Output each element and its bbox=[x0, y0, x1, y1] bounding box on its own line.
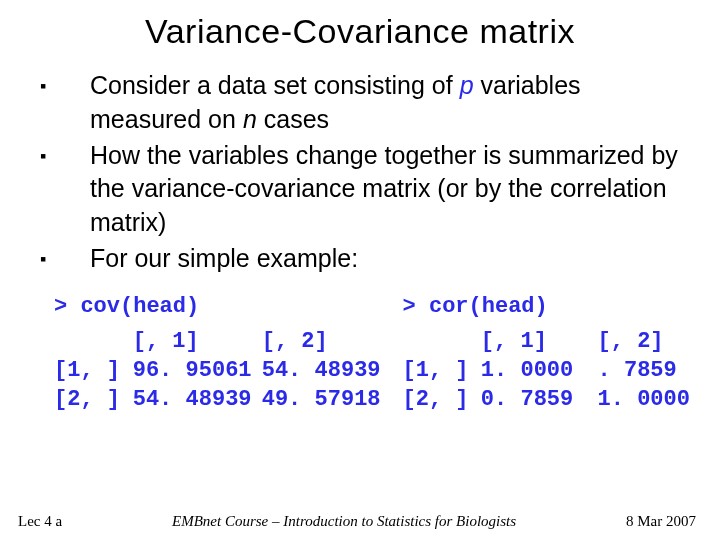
footer-center: EMBnet Course – Introduction to Statisti… bbox=[62, 513, 626, 530]
table-row: [, 1] [, 2] bbox=[54, 327, 381, 356]
table-row: [2, ] 0. 7859 1. 0000 bbox=[403, 385, 690, 414]
cell bbox=[403, 327, 481, 356]
table-row: [, 1] [, 2] bbox=[403, 327, 690, 356]
bullet-icon: ▪ bbox=[40, 69, 90, 137]
table-row: [1, ] 1. 0000 . 7859 bbox=[403, 356, 690, 385]
footer-left: Lec 4 a bbox=[18, 513, 62, 530]
text-fragment: cases bbox=[257, 105, 329, 133]
cell: [2, ] bbox=[54, 385, 133, 414]
list-item: ▪ How the variables change together is s… bbox=[40, 139, 692, 240]
table-row: [2, ] 54. 48939 49. 57918 bbox=[54, 385, 381, 414]
cell: 49. 57918 bbox=[262, 385, 381, 414]
cell: 54. 48939 bbox=[262, 356, 381, 385]
cell: 1. 0000 bbox=[598, 385, 690, 414]
cor-matrix: [, 1] [, 2] [1, ] 1. 0000 . 7859 [2, ] 0… bbox=[403, 327, 690, 414]
cell: [1, ] bbox=[403, 356, 481, 385]
bullet-text: Consider a data set consisting of p vari… bbox=[90, 69, 692, 137]
table-row: [1, ] 96. 95061 54. 48939 bbox=[54, 356, 381, 385]
list-item: ▪ For our simple example: bbox=[40, 242, 692, 276]
cell: [, 2] bbox=[598, 327, 690, 356]
variable-n: n bbox=[243, 105, 257, 133]
cell: 96. 95061 bbox=[133, 356, 262, 385]
cov-block: > cov(head) [, 1] [, 2] [1, ] 96. 95061 … bbox=[54, 294, 381, 414]
cell: 0. 7859 bbox=[481, 385, 598, 414]
text-fragment: Consider a data set consisting of bbox=[90, 71, 460, 99]
cell: . 7859 bbox=[598, 356, 690, 385]
list-item: ▪ Consider a data set consisting of p va… bbox=[40, 69, 692, 137]
cell: [, 1] bbox=[481, 327, 598, 356]
cell: 1. 0000 bbox=[481, 356, 598, 385]
variable-p: p bbox=[460, 71, 474, 99]
cor-command: > cor(head) bbox=[403, 294, 690, 319]
bullet-icon: ▪ bbox=[40, 139, 90, 240]
bullet-text: For our simple example: bbox=[90, 242, 692, 276]
bullet-icon: ▪ bbox=[40, 242, 90, 276]
cell: [2, ] bbox=[403, 385, 481, 414]
cell: [1, ] bbox=[54, 356, 133, 385]
cell bbox=[54, 327, 133, 356]
cell: 54. 48939 bbox=[133, 385, 262, 414]
code-area: > cov(head) [, 1] [, 2] [1, ] 96. 95061 … bbox=[28, 294, 692, 414]
cell: [, 1] bbox=[133, 327, 262, 356]
cov-command: > cov(head) bbox=[54, 294, 381, 319]
bullet-text: How the variables change together is sum… bbox=[90, 139, 692, 240]
cor-block: > cor(head) [, 1] [, 2] [1, ] 1. 0000 . … bbox=[389, 294, 690, 414]
cell: [, 2] bbox=[262, 327, 381, 356]
footer: Lec 4 a EMBnet Course – Introduction to … bbox=[0, 513, 720, 530]
footer-right: 8 Mar 2007 bbox=[626, 513, 696, 530]
slide: Variance-Covariance matrix ▪ Consider a … bbox=[0, 0, 720, 540]
bullet-list: ▪ Consider a data set consisting of p va… bbox=[28, 69, 692, 276]
slide-title: Variance-Covariance matrix bbox=[28, 12, 692, 51]
cov-matrix: [, 1] [, 2] [1, ] 96. 95061 54. 48939 [2… bbox=[54, 327, 381, 414]
